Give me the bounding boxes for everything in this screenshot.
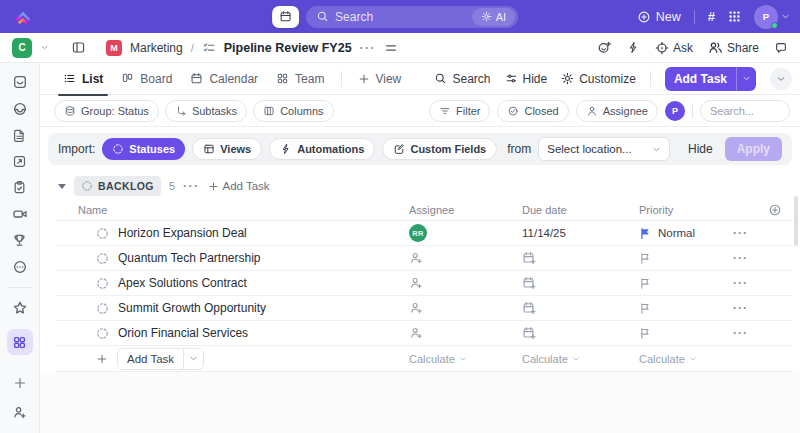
calculate-priority[interactable]: Calculate	[639, 353, 697, 365]
task-name[interactable]: Horizon Expansion Deal	[118, 226, 247, 240]
clips-video-icon[interactable]	[12, 206, 28, 222]
table-row[interactable]: Summit Growth Opportunity ···	[56, 296, 793, 321]
priority-cell[interactable]	[623, 252, 719, 265]
import-statuses-pill[interactable]: Statuses	[102, 138, 185, 160]
assignee-cell[interactable]: RR	[393, 224, 506, 242]
view-search-button[interactable]: Search	[434, 72, 490, 86]
details-lines-icon[interactable]	[384, 41, 398, 55]
assignee-cell[interactable]	[393, 276, 506, 290]
task-status-icon[interactable]	[96, 227, 109, 240]
due-date-cell[interactable]	[506, 276, 623, 290]
priority-cell[interactable]	[623, 277, 719, 290]
priority-cell[interactable]	[623, 327, 719, 340]
assignee-add-icon[interactable]	[409, 276, 423, 290]
more-icon[interactable]	[12, 259, 28, 275]
banner-hide-link[interactable]: Hide	[688, 142, 713, 156]
chat-bubble-icon[interactable]	[774, 41, 788, 55]
column-header-assignee[interactable]: Assignee	[409, 204, 454, 216]
row-menu-icon[interactable]: ···	[733, 276, 748, 290]
ask-button[interactable]: Ask	[655, 41, 693, 55]
collapse-header-button[interactable]	[770, 68, 792, 90]
table-row[interactable]: Orion Financial Services ···	[56, 321, 793, 346]
space-icon[interactable]: M	[106, 40, 122, 56]
bolt-icon[interactable]	[627, 41, 640, 54]
customize-button[interactable]: Customize	[561, 72, 636, 86]
add-task-button[interactable]: Add Task	[665, 67, 756, 91]
favorites-star-icon[interactable]	[12, 300, 28, 316]
assignee-add-icon[interactable]	[409, 326, 423, 340]
task-name[interactable]: Apex Solutions Contract	[118, 276, 247, 290]
home-icon[interactable]	[12, 74, 28, 90]
due-date-add-icon[interactable]	[522, 276, 536, 290]
task-status-icon[interactable]	[96, 277, 109, 290]
columns-pill[interactable]: Columns	[253, 100, 333, 122]
share-button[interactable]: Share	[708, 40, 759, 55]
footer-add-task-button[interactable]: Add Task	[117, 348, 204, 370]
chevron-down-icon[interactable]	[40, 43, 49, 52]
import-custom-fields-pill[interactable]: Custom Fields	[382, 138, 497, 160]
task-name[interactable]: Quantum Tech Partnership	[118, 251, 261, 265]
due-date-cell[interactable]: 11/14/25	[506, 227, 623, 239]
add-task-dropdown[interactable]	[737, 67, 756, 91]
assignee-cell[interactable]	[393, 301, 506, 315]
task-status-icon[interactable]	[96, 302, 109, 315]
priority-flag-empty-icon[interactable]	[639, 252, 652, 265]
tab-list[interactable]: List	[54, 63, 112, 95]
footer-add-task-dropdown[interactable]	[184, 349, 203, 369]
due-date-add-icon[interactable]	[522, 251, 536, 265]
add-column-icon[interactable]	[768, 203, 782, 217]
apps-grid-icon[interactable]	[728, 10, 741, 23]
hide-button[interactable]: Hide	[505, 72, 548, 86]
docs-icon[interactable]	[12, 128, 27, 143]
new-button[interactable]: New	[637, 10, 681, 24]
column-header-priority[interactable]: Priority	[639, 204, 673, 216]
sidebar-toggle-icon[interactable]	[71, 40, 86, 55]
whiteboards-icon[interactable]	[12, 154, 27, 169]
task-name[interactable]: Orion Financial Services	[118, 326, 248, 340]
breadcrumb-space[interactable]: Marketing	[130, 41, 183, 55]
import-automations-pill[interactable]: Automations	[269, 138, 375, 160]
invite-person-icon[interactable]	[12, 405, 27, 433]
task-search-input[interactable]	[700, 100, 790, 122]
channels-hash-icon[interactable]: #	[708, 9, 715, 24]
column-header-name[interactable]: Name	[78, 204, 107, 216]
global-search-input[interactable]: Search AI	[306, 6, 518, 28]
row-menu-icon[interactable]: ···	[733, 301, 748, 315]
page-title[interactable]: Pipeline Review FY25	[224, 41, 352, 55]
inbox-icon[interactable]	[12, 101, 28, 117]
workspace-avatar[interactable]: C	[12, 38, 32, 58]
due-date-add-icon[interactable]	[522, 326, 536, 340]
row-menu-icon[interactable]: ···	[733, 226, 748, 240]
tab-team[interactable]: Team	[267, 63, 333, 95]
assignee-cell[interactable]	[393, 251, 506, 265]
column-header-due-date[interactable]: Due date	[522, 204, 567, 216]
subtasks-pill[interactable]: Subtasks	[165, 100, 247, 122]
location-select[interactable]: Select location...	[538, 137, 670, 161]
scrollbar-thumb[interactable]	[794, 196, 798, 246]
assignee-add-icon[interactable]	[409, 301, 423, 315]
group-add-task-button[interactable]: Add Task	[208, 180, 270, 192]
priority-flag-empty-icon[interactable]	[639, 327, 652, 340]
clipboard-check-icon[interactable]	[12, 180, 27, 195]
title-more-icon[interactable]: ···	[360, 41, 377, 55]
assignee-add-icon[interactable]	[409, 251, 423, 265]
due-date-cell[interactable]	[506, 251, 623, 265]
assignee-avatar[interactable]: RR	[409, 224, 427, 242]
goals-trophy-icon[interactable]	[12, 233, 27, 248]
group-status-pill[interactable]: BACKLOG	[74, 176, 161, 196]
group-collapse-icon[interactable]	[58, 184, 66, 189]
priority-cell[interactable]	[623, 302, 719, 315]
due-date-cell[interactable]	[506, 326, 623, 340]
add-icon[interactable]	[13, 376, 27, 390]
tab-calendar[interactable]: Calendar	[181, 63, 267, 95]
calculate-due-date[interactable]: Calculate	[522, 353, 580, 365]
group-menu-icon[interactable]: ···	[183, 179, 200, 193]
assignee-cell[interactable]	[393, 326, 506, 340]
calculate-assignee[interactable]: Calculate	[409, 353, 467, 365]
task-status-icon[interactable]	[96, 327, 109, 340]
priority-flag-set[interactable]: Normal	[639, 227, 695, 240]
sidebar-item-spaces-active[interactable]	[7, 329, 33, 355]
table-row[interactable]: Quantum Tech Partnership ···	[56, 246, 793, 271]
due-date-cell[interactable]	[506, 301, 623, 315]
row-menu-icon[interactable]: ···	[733, 326, 748, 340]
